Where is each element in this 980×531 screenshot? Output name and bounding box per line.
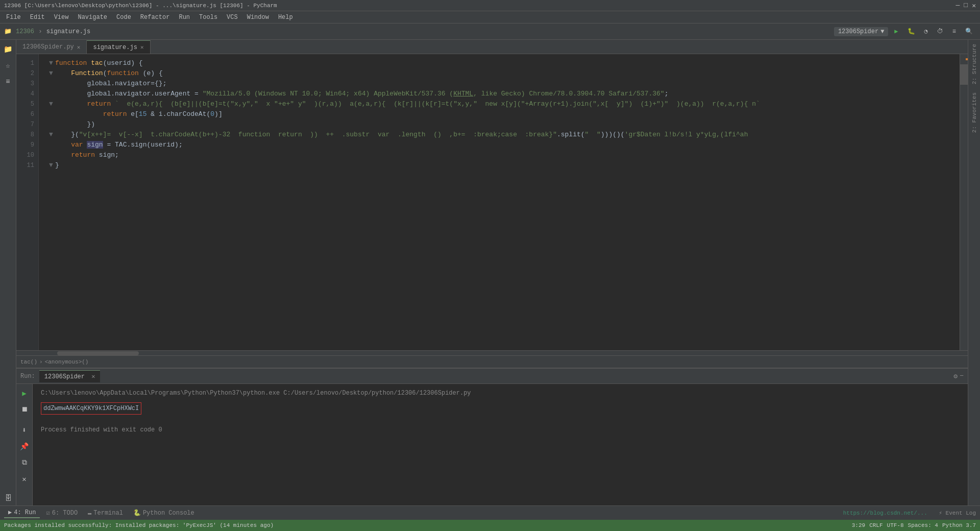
close-button[interactable]: ✕ — [972, 2, 976, 10]
pin-button[interactable]: 📌 — [17, 439, 32, 453]
menu-tools[interactable]: Tools — [195, 13, 222, 22]
horizontal-scrollbar[interactable] — [16, 350, 968, 355]
scroll-thumb[interactable] — [960, 64, 968, 85]
tab-close-icon[interactable]: ✕ — [77, 44, 81, 51]
menu-vcs[interactable]: VCS — [223, 13, 242, 22]
run-result: ddZwmwAAKCqKKY9k1XFCpHXWcI — [41, 402, 141, 415]
encoding-indicator: UTF-8 — [887, 522, 904, 528]
run-panel-header: Run: 12306Spider ✕ ⚙ − — [16, 369, 968, 384]
favorites-tool-button[interactable]: ☆ — [1, 58, 15, 73]
tab-label: signature.js — [93, 44, 137, 51]
right-scrollbar[interactable] — [960, 54, 968, 350]
fold-icon-2[interactable]: ▼ — [47, 68, 55, 79]
code-lines[interactable]: ▼ function tac(userid) { ▼ Function(func… — [39, 54, 960, 350]
minimize-button[interactable]: — — [956, 2, 960, 10]
maximize-button[interactable]: □ — [964, 2, 968, 10]
title-bar: 12306 [C:\Users\lenovo\Desktop\python\12… — [0, 0, 980, 11]
h-scroll-thumb[interactable] — [57, 351, 139, 355]
bottom-tab-run[interactable]: ▶ 4: Run — [4, 508, 40, 518]
scroll-end-button[interactable]: ⬇ — [17, 423, 32, 437]
code-line-6: return e[15 & i.charCodeAt(0)] — [47, 109, 960, 119]
code-text-4: global.navigator.userAgent = "Mozilla/5.… — [55, 89, 668, 99]
nav-project-label: 12306 — [16, 28, 34, 35]
run-tab-icon: ▶ — [8, 509, 12, 516]
code-text-7: }) — [55, 119, 95, 130]
menu-code[interactable]: Code — [112, 13, 135, 22]
breadcrumb-sep: › — [39, 359, 43, 365]
code-line-11: ▼ } — [47, 160, 960, 171]
project-tool-button[interactable]: 📁 — [1, 42, 15, 56]
code-text-1: function tac(userid) { — [55, 58, 143, 68]
run-minimize-icon[interactable]: − — [960, 372, 964, 380]
run-config-selector[interactable]: 12306Spider ▼ — [834, 27, 888, 36]
bottom-tab-python-console[interactable]: 🐍 Python Console — [129, 508, 199, 518]
menu-help[interactable]: Help — [274, 13, 297, 22]
run-panel: Run: 12306Spider ✕ ⚙ − ▶ ⏹ ⬇ 📌 ⧉ — [16, 368, 968, 505]
coverage-button[interactable]: ◔ — [921, 27, 931, 36]
code-text-10: return sign; — [55, 150, 119, 160]
close-run-button[interactable]: ✕ — [17, 472, 32, 486]
run-tab-active[interactable]: 12306Spider ✕ — [39, 370, 101, 382]
restore-layout-button[interactable]: ⧉ — [17, 455, 32, 470]
tab-signature[interactable]: signature.js ✕ — [87, 40, 150, 54]
code-line-7: }) — [47, 119, 960, 130]
event-log-label[interactable]: ⚡ Event Log — [939, 510, 976, 516]
search-everywhere-button[interactable]: 🔍 — [962, 27, 976, 36]
code-line-1: ▼ function tac(userid) { — [47, 58, 960, 68]
run-panel-controls: ⚙ − — [953, 372, 964, 380]
tab-12306spider[interactable]: 12306Spider.py ✕ — [16, 40, 87, 54]
toolbar-more[interactable]: ≡ — [949, 27, 959, 36]
stop-button[interactable]: ⏹ — [17, 402, 32, 417]
bottom-tab-todo[interactable]: ☑ 6: TODO — [42, 508, 82, 518]
menu-edit[interactable]: Edit — [26, 13, 49, 22]
tab-label: 12306Spider.py — [22, 43, 74, 51]
tabs-bar: 12306Spider.py ✕ signature.js ✕ — [16, 40, 968, 54]
menu-refactor[interactable]: Refactor — [136, 13, 174, 22]
left-sidebar: 📁 ☆ ≡ 🗄 — [0, 40, 16, 505]
structure-panel-label[interactable]: 2: Structure — [969, 40, 979, 88]
code-text-3: global.navigator={}; — [55, 79, 166, 89]
status-bar: Packages installed successfully: Install… — [0, 520, 980, 531]
menu-window[interactable]: Window — [243, 13, 273, 22]
code-text-5: return ` e(e,a,r){ (b[e]||(b[e]=t("x,y",… — [55, 99, 760, 109]
menu-file[interactable]: File — [2, 13, 25, 22]
terminal-tab-icon: ▬ — [88, 510, 91, 517]
fold-icon-5[interactable]: ▼ — [47, 99, 55, 109]
code-line-9: var sign = TAC.sign(userid); — [47, 140, 960, 150]
run-button[interactable]: ▶ — [891, 27, 901, 36]
run-exit-message: Process finished with exit code 0 — [41, 425, 960, 435]
bottom-tab-terminal[interactable]: ▬ Terminal — [84, 509, 127, 518]
menu-view[interactable]: View — [50, 13, 73, 22]
tab-close-icon[interactable]: ✕ — [140, 44, 144, 51]
line-ending-indicator: CRLF — [869, 522, 883, 528]
code-text-6: return e[15 & i.charCodeAt(0)] — [55, 109, 223, 119]
structure-tool-button[interactable]: ≡ — [1, 75, 15, 89]
run-tab-close[interactable]: ✕ — [91, 373, 95, 380]
debug-button[interactable]: 🐛 — [904, 27, 918, 36]
menu-bar: File Edit View Navigate Code Refactor Ru… — [0, 11, 980, 23]
code-line-4: global.navigator.userAgent = "Mozilla/5.… — [47, 89, 960, 99]
right-link[interactable]: https://blog.csdn.net/... — [843, 510, 927, 516]
menu-navigate[interactable]: Navigate — [74, 13, 111, 22]
code-line-3: global.navigator={}; — [47, 79, 960, 89]
fold-icon-8[interactable]: ▼ — [47, 130, 55, 140]
profile-button[interactable]: ⏱ — [934, 27, 946, 36]
bottom-bar: ▶ 4: Run ☑ 6: TODO ▬ Terminal 🐍 Python C… — [0, 505, 980, 520]
todo-tab-text: 6: TODO — [52, 510, 78, 517]
run-settings-icon[interactable]: ⚙ — [953, 372, 958, 380]
nav-right: 12306Spider ▼ ▶ 🐛 ◔ ⏱ ≡ 🔍 — [834, 27, 976, 36]
code-line-10: return sign; — [47, 150, 960, 160]
favorites-panel-label[interactable]: 2: Favorites — [969, 88, 979, 137]
nav-left: 📁 12306 › signature.js — [4, 28, 90, 35]
status-message: Packages installed successfully: Install… — [4, 522, 274, 528]
run-panel-main: ▶ ⏹ ⬇ 📌 ⧉ ✕ C:\Users\lenovo\AppData\Loca… — [16, 384, 968, 505]
python-console-icon: 🐍 — [133, 509, 141, 517]
database-tool-button[interactable]: 🗄 — [1, 491, 15, 505]
code-line-2: ▼ Function(function (e) { — [47, 68, 960, 79]
fold-icon-1[interactable]: ▼ — [47, 58, 55, 68]
menu-run[interactable]: Run — [175, 13, 194, 22]
fold-icon-11[interactable]: ▼ — [47, 160, 55, 171]
indent-indicator: Spaces: 4 — [908, 522, 938, 528]
code-text-9: var sign = TAC.sign(userid); — [55, 140, 183, 150]
rerun-button[interactable]: ▶ — [17, 386, 32, 400]
